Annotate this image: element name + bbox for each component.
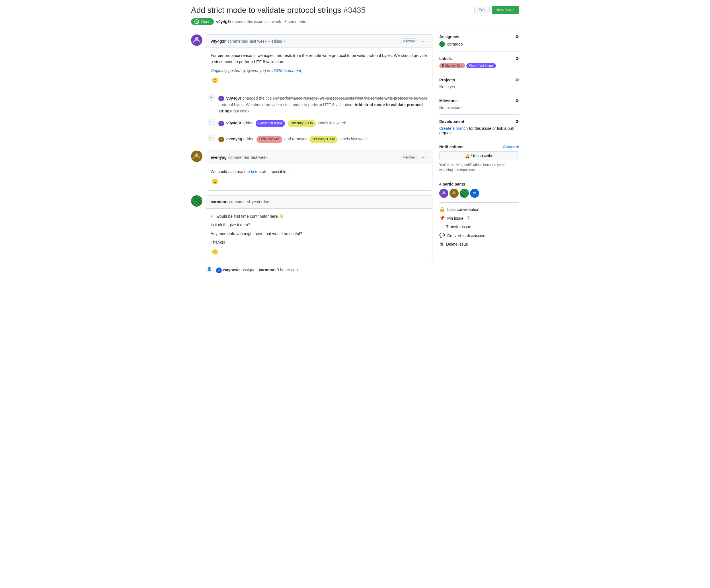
bstr-link[interactable]: bstr <box>251 169 257 174</box>
timeline: v0y4g3r commented last week • edited ▾ M… <box>191 34 432 278</box>
pin-info-icon: ⓘ <box>467 216 470 221</box>
comment-header-left: v0y4g3r commented last week • edited ▾ <box>211 39 285 44</box>
good-first-issue-label: Good first issue <box>256 120 285 127</box>
unsubscribe-button[interactable]: 🔔 Unsubscribe <box>439 151 519 160</box>
label-change-author[interactable]: evenyag <box>226 137 242 141</box>
person-icon: 👤 <box>206 266 213 272</box>
assignment-content: w waynexia assigned carmooo 9 hours ago <box>216 266 432 273</box>
label-change-icon-spacer <box>191 134 203 146</box>
waynexia-avatar: w <box>216 268 222 273</box>
sidebar: Assignees ⚙ carmooo Labels ⚙ Difficulty:… <box>439 34 519 278</box>
status-meta: v0y4g3r opened this issue last week · 8 … <box>216 19 306 24</box>
second-comment-header-right: Member ··· <box>400 154 428 161</box>
open-badge: ◎ Open <box>191 18 214 25</box>
third-comment-header-left: carmooo commented yesterday <box>211 199 269 204</box>
assignee-item: carmooo <box>439 41 519 47</box>
emoji-react-button[interactable]: 🙂 <box>211 76 219 84</box>
development-header: Development ⚙ <box>439 119 519 124</box>
pin-issue-item[interactable]: 📌 Pin issue ⓘ <box>439 214 519 223</box>
labels-gear-icon[interactable]: ⚙ <box>515 56 519 61</box>
new-issue-button[interactable]: New issue <box>492 6 519 14</box>
edit-button[interactable]: Edit <box>474 6 490 14</box>
difficulty-easy-label-2: Difficulty: Easy <box>309 136 337 143</box>
projects-gear-icon[interactable]: ⚙ <box>515 78 519 82</box>
label-add-content: v v0y4g3r added Good first issue Difficu… <box>218 119 432 127</box>
issue-title: Add strict mode to validate protocol str… <box>191 6 470 15</box>
author-link[interactable]: v0y4g3r <box>216 19 231 24</box>
tag-icon-2: 🏷 <box>208 134 215 142</box>
lock-conversation-item[interactable]: 🔒 Lock conversation <box>439 205 519 214</box>
sidebar-projects: Projects ⚙ None yet <box>439 73 519 94</box>
assignment-event: 👤 w waynexia assigned carmooo 9 hours ag… <box>191 266 432 273</box>
title-change-author[interactable]: v0y4g3r <box>226 96 241 100</box>
tag-icon: 🏷 <box>208 119 215 125</box>
third-comment-author[interactable]: carmooo <box>211 199 228 204</box>
third-comment-line-1: Hi, would be first time contributor here… <box>211 213 428 219</box>
third-comment-line-2: Is it ok if I give it a go? <box>211 222 428 228</box>
sidebar-development: Development ⚙ Create a branch for this i… <box>439 115 519 140</box>
second-comment-header: evenyag commented last week Member ··· <box>206 151 432 164</box>
participant-waynexia: w <box>470 189 479 198</box>
assignment-actor[interactable]: waynexia <box>223 268 241 272</box>
participant-evenyag <box>450 189 458 198</box>
labels-header: Labels ⚙ <box>439 56 519 61</box>
member-badge: Member <box>400 39 418 44</box>
projects-header: Projects ⚙ <box>439 78 519 82</box>
third-more-options-button[interactable]: ··· <box>420 198 428 205</box>
create-branch-link[interactable]: Create a branch <box>439 126 468 131</box>
notification-note: You're receiving notifications because y… <box>439 162 519 172</box>
third-comment-body: Hi, would be first time contributor here… <box>206 209 432 261</box>
customize-link[interactable]: Customize <box>503 145 519 149</box>
original-post-link[interactable]: #3425 (comment) <box>271 68 303 73</box>
participant-v0y4g3r <box>439 189 448 198</box>
second-more-options-button[interactable]: ··· <box>420 154 428 161</box>
pin-icon: 📌 <box>439 216 445 221</box>
third-comment-box: carmooo commented yesterday ··· Hi, woul… <box>206 195 432 261</box>
milestone-value: No milestone <box>439 105 463 110</box>
more-options-button[interactable]: ··· <box>420 38 428 45</box>
label-add-author[interactable]: v0y4g3r <box>226 121 241 125</box>
lock-icon: 🔒 <box>439 206 445 212</box>
third-comment-line-4: Thanks! <box>211 239 428 245</box>
second-comment-author[interactable]: evenyag <box>211 155 227 160</box>
convert-to-discussion-item[interactable]: 💬 Convert to discussion <box>439 231 519 240</box>
assignees-gear-icon[interactable]: ⚙ <box>515 34 519 39</box>
label-change-content: e evenyag added Difficulty: Mid and remo… <box>218 134 432 143</box>
first-comment-block: v0y4g3r commented last week • edited ▾ M… <box>191 34 432 89</box>
second-comment-header-left: evenyag commented last week <box>211 155 267 160</box>
participants-list: w <box>439 189 519 198</box>
original-post-note: Originally posted by @evenyag in #3425 (… <box>211 68 428 74</box>
development-text: Create a branch for this issue or link a… <box>439 126 519 135</box>
milestone-header: Milestone ⚙ <box>439 98 519 103</box>
pencil-icon: ✏ <box>208 94 215 101</box>
issue-number: #3435 <box>343 6 365 15</box>
assignee-name: carmooo <box>447 42 463 46</box>
v0y4g3r-inline-avatar2: v <box>218 121 224 126</box>
difficulty-mid-label: Difficulty: Mid <box>257 136 282 143</box>
participants-header: 4 participants <box>439 182 519 187</box>
edited-dropdown[interactable]: edited ▾ <box>271 39 285 44</box>
status-row: ◎ Open v0y4g3r opened this issue last we… <box>191 18 519 30</box>
emoji-react-button-2[interactable]: 🙂 <box>211 177 219 186</box>
assignee-avatar <box>439 41 445 47</box>
difficulty-easy-label: Difficulty: Easy <box>288 120 316 127</box>
second-comment-box: evenyag commented last week Member ··· W… <box>206 151 432 190</box>
transfer-issue-item[interactable]: → Transfer issue <box>439 223 519 231</box>
sidebar-labels: Labels ⚙ Difficulty: Mid Good first issu… <box>439 52 519 73</box>
milestone-gear-icon[interactable]: ⚙ <box>515 98 519 103</box>
first-comment-author[interactable]: v0y4g3r <box>211 39 226 44</box>
delete-issue-item[interactable]: 🗑 Delete issue <box>439 240 519 248</box>
difficulty-mid-sidebar-label: Difficulty: Mid <box>439 63 465 68</box>
third-comment-header-right: ··· <box>420 198 428 205</box>
development-gear-icon[interactable]: ⚙ <box>515 119 519 124</box>
assignees-header: Assignees ⚙ <box>439 34 519 39</box>
label-change-event: 🏷 e evenyag added Difficulty: Mid and re… <box>191 134 432 146</box>
label-add-icon-spacer <box>191 119 203 130</box>
avatar-v0y4g3r <box>191 34 203 46</box>
first-comment-box: v0y4g3r commented last week • edited ▾ M… <box>206 34 432 89</box>
avatar-evenyag <box>191 151 203 162</box>
emoji-react-button-3[interactable]: 🙂 <box>211 248 219 256</box>
participant-carmooo <box>460 189 469 198</box>
second-comment-body: We could also use the bstr crate if poss… <box>206 164 432 190</box>
labels-list: Difficulty: Mid Good first issue <box>439 63 519 68</box>
